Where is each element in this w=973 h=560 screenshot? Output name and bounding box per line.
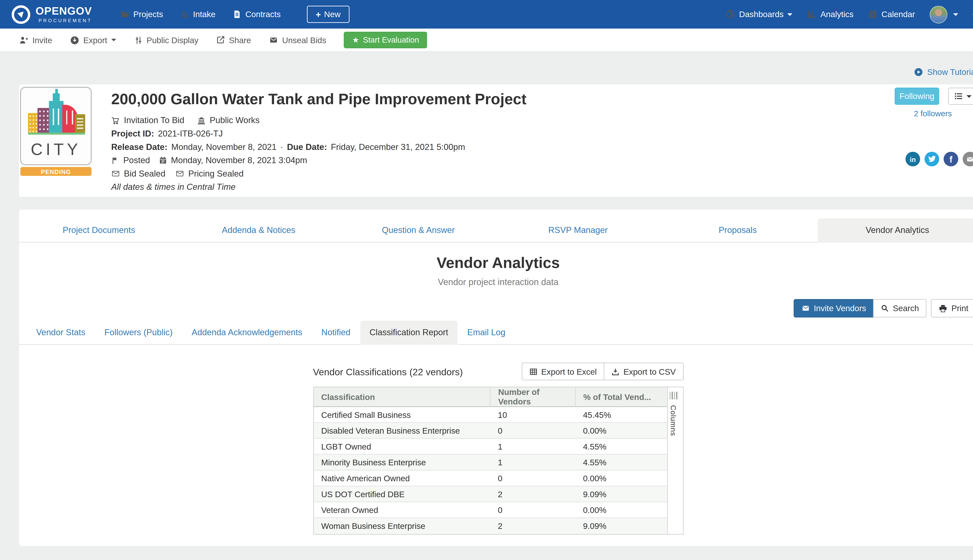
project-info-column: 200,000 Gallon Water Tank and Pipe Impro… (111, 87, 893, 197)
public-display-label: Public Display (147, 35, 199, 45)
nav-contracts[interactable]: Contracts (233, 10, 281, 19)
nav-calendar[interactable]: Calendar (868, 10, 915, 19)
subtab-vendor-stats[interactable]: Vendor Stats (27, 321, 95, 344)
columns-strip-label: Columns (669, 405, 677, 436)
tab-question-answer[interactable]: Question & Answer (338, 218, 498, 242)
brand-text: OPENGOV PROCUREMENT (36, 6, 92, 23)
brand-line1: OPENGOV (36, 6, 92, 17)
project-tabs-card: Project Documents Addenda & Notices Ques… (19, 210, 973, 546)
cell-percent: 4.55% (575, 454, 667, 470)
project-type-line: Invitation To Bid Public Works (111, 113, 893, 127)
cell-percent: 0.00% (575, 502, 667, 518)
page-body: Show Tutorial CITY PENDING (0, 52, 973, 546)
subtab-notified[interactable]: Notified (312, 321, 360, 344)
tutorial-row: Show Tutorial (19, 52, 973, 78)
department-label: Public Works (210, 115, 259, 125)
show-tutorial-link[interactable]: Show Tutorial (914, 67, 973, 77)
invite-vendors-button[interactable]: Invite Vendors (793, 299, 874, 318)
table-row: Veteran Owned00.00% (314, 502, 667, 518)
cell-count: 0 (490, 470, 575, 486)
export-excel-button[interactable]: Export to Excel (522, 362, 604, 380)
cell-classification: LGBT Owned (314, 438, 490, 454)
list-options-button[interactable] (948, 88, 973, 105)
cell-percent: 9.09% (575, 518, 667, 534)
following-button[interactable]: Following (895, 88, 940, 105)
followers-link[interactable]: 2 followers (914, 109, 952, 118)
print-button[interactable]: Print (931, 299, 973, 318)
nav-projects-label: Projects (133, 10, 163, 19)
share-label: Share (229, 35, 251, 45)
cell-percent: 0.00% (575, 423, 667, 438)
timezone-note: All dates & times in Central Time (111, 180, 893, 194)
analytics-actions-row: Invite Vendors Search Print (19, 299, 973, 318)
cell-classification: Veteran Owned (314, 502, 490, 518)
table-row: LGBT Owned14.55% (314, 438, 667, 454)
start-evaluation-button[interactable]: ★ Start Evaluation (344, 32, 427, 48)
linkedin-icon[interactable]: in (906, 152, 920, 166)
intake-feed-icon (180, 10, 189, 19)
export-button[interactable]: Export (70, 35, 116, 45)
facebook-icon[interactable]: f (944, 152, 958, 166)
navbar-right: Dashboards Analytics Calendar ? (726, 5, 973, 23)
user-menu[interactable] (930, 5, 958, 23)
nav-intake[interactable]: Intake (180, 10, 216, 19)
chevron-down-icon (966, 95, 971, 97)
new-button[interactable]: + New (307, 6, 349, 23)
public-display-button[interactable]: Public Display (134, 35, 199, 45)
grip-icon (669, 392, 677, 399)
nav-analytics-label: Analytics (821, 10, 854, 19)
email-share-icon[interactable] (963, 152, 973, 166)
search-label: Search (893, 303, 919, 313)
sealed-envelope-icon (269, 36, 278, 45)
social-share-row: in f (906, 152, 973, 166)
unseal-bids-button[interactable]: Unseal Bids (269, 35, 326, 45)
cell-count: 0 (490, 423, 575, 438)
nav-calendar-label: Calendar (881, 10, 915, 19)
avatar[interactable] (930, 5, 947, 23)
table-row: Woman Business Enterprise29.09% (314, 518, 667, 534)
bid-sealed-label: Bid Sealed (124, 169, 166, 178)
subtab-addenda-acknowledgements[interactable]: Addenda Acknowledgements (182, 321, 312, 344)
bar-chart-icon (807, 10, 817, 19)
report-title: Vendor Classifications (22 vendors) (313, 366, 463, 377)
subtab-classification-report[interactable]: Classification Report (360, 321, 458, 344)
project-header-card: CITY PENDING 200,000 Gallon Water Tank a… (19, 84, 973, 197)
dates-line: Release Date: Monday, November 8, 2021 ·… (111, 140, 893, 154)
search-button[interactable]: Search (873, 299, 927, 318)
cell-percent: 45.45% (575, 407, 667, 423)
invite-button[interactable]: Invite (19, 35, 52, 45)
columns-toggle-strip[interactable]: Columns (667, 387, 679, 534)
cell-classification: Native American Owned (314, 470, 490, 486)
cell-classification: Disabled Veteran Business Enterprise (314, 423, 490, 438)
tab-addenda-notices[interactable]: Addenda & Notices (179, 218, 339, 242)
subtab-email-log[interactable]: Email Log (458, 321, 515, 344)
calendar-icon (868, 10, 878, 19)
opengov-brand[interactable]: OPENGOV PROCUREMENT (12, 5, 92, 24)
nav-dashboards[interactable]: Dashboards (726, 10, 792, 19)
top-navbar: OPENGOV PROCUREMENT Projects Intake Cont… (0, 0, 973, 28)
cell-classification: US DOT Certified DBE (314, 486, 490, 502)
project-logo-column: CITY PENDING (20, 87, 92, 197)
tab-project-documents[interactable]: Project Documents (19, 218, 179, 242)
tab-proposals[interactable]: Proposals (658, 218, 818, 242)
analytics-sub-tab-bar: Vendor Stats Followers (Public) Addenda … (19, 321, 973, 345)
twitter-icon[interactable] (925, 152, 939, 166)
search-icon (881, 304, 889, 312)
start-evaluation-label: Start Evaluation (363, 36, 419, 45)
nav-projects[interactable]: Projects (120, 10, 163, 19)
table-row: Native American Owned00.00% (314, 470, 667, 486)
subtab-followers-public[interactable]: Followers (Public) (95, 321, 182, 344)
show-tutorial-label: Show Tutorial (927, 67, 973, 77)
cell-count: 1 (490, 454, 575, 470)
export-csv-button[interactable]: Export to CSV (604, 362, 683, 380)
nav-analytics[interactable]: Analytics (807, 10, 854, 19)
tab-vendor-analytics[interactable]: Vendor Analytics (818, 218, 973, 242)
posted-line: Posted Monday, November 8, 2021 3:04pm (111, 153, 893, 167)
cell-percent: 4.55% (575, 438, 667, 454)
share-button[interactable]: Share (216, 35, 251, 45)
envelope-icon (801, 304, 810, 312)
cell-percent: 9.09% (575, 486, 667, 502)
tab-rsvp-manager[interactable]: RSVP Manager (498, 218, 658, 242)
section-title: Vendor Analytics (19, 254, 973, 272)
star-icon: ★ (352, 36, 359, 44)
